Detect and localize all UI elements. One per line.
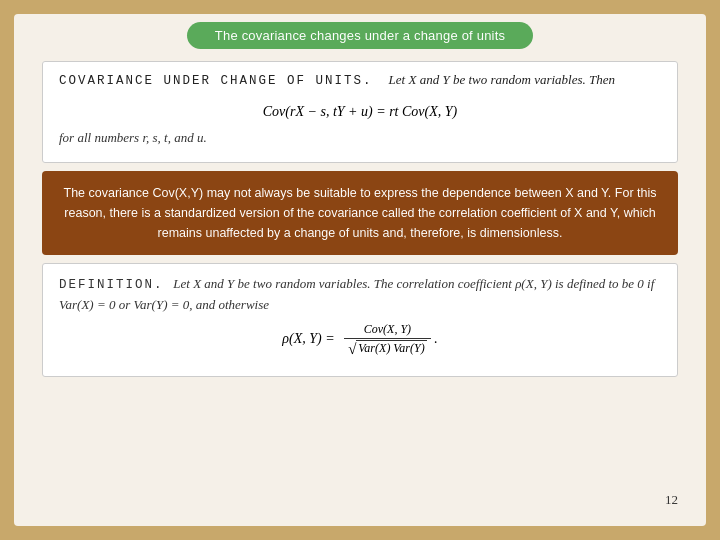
for-all-text: for all numbers r, s, t, and u. — [59, 128, 661, 150]
fraction-denominator: √Var(X) Var(Y) — [344, 339, 431, 358]
theorem-title: Covariance under change of units. Let X … — [59, 72, 661, 88]
definition-text: Definition. Let X and Y be two random va… — [59, 274, 661, 314]
theorem-block: Covariance under change of units. Let X … — [42, 61, 678, 163]
page-number: 12 — [665, 492, 678, 508]
math-equation: Cov(rX − s, tY + u) = rt Cov(X, Y) — [59, 94, 661, 128]
rho-equation: ρ(X, Y) = Cov(X, Y) √Var(X) Var(Y) . — [59, 314, 661, 362]
content-area: Covariance under change of units. Let X … — [14, 57, 706, 387]
callout-box: The covariance Cov(X,Y) may not always b… — [42, 171, 678, 255]
theorem-intro-text: Let X and Y be two random variables. The… — [382, 72, 615, 87]
main-card: The covariance changes under a change of… — [14, 14, 706, 526]
definition-block: Definition. Let X and Y be two random va… — [42, 263, 678, 377]
fraction-numerator: Cov(X, Y) — [344, 322, 431, 339]
title-pill: The covariance changes under a change of… — [187, 22, 533, 49]
title-bar: The covariance changes under a change of… — [14, 14, 706, 57]
